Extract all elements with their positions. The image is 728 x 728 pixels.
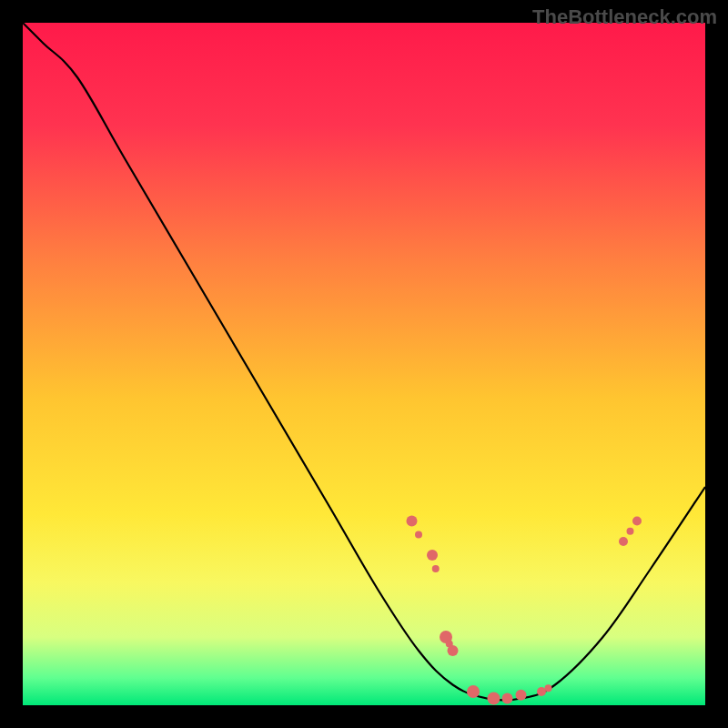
gradient-background bbox=[23, 23, 705, 705]
data-marker bbox=[516, 690, 527, 701]
data-marker bbox=[407, 516, 418, 527]
bottleneck-chart bbox=[23, 23, 705, 705]
data-marker bbox=[627, 528, 634, 535]
data-marker bbox=[467, 685, 480, 698]
chart-container: TheBottleneck.com bbox=[0, 0, 728, 728]
data-marker bbox=[545, 684, 552, 692]
watermark-text: TheBottleneck.com bbox=[532, 5, 717, 29]
chart-area bbox=[23, 23, 705, 705]
data-marker bbox=[448, 645, 459, 656]
data-marker bbox=[427, 550, 438, 561]
data-marker bbox=[432, 565, 440, 572]
data-marker bbox=[632, 517, 642, 526]
data-marker bbox=[619, 537, 628, 546]
data-marker bbox=[488, 693, 500, 705]
data-marker bbox=[537, 687, 546, 696]
data-marker bbox=[415, 531, 422, 539]
data-marker bbox=[502, 693, 513, 704]
